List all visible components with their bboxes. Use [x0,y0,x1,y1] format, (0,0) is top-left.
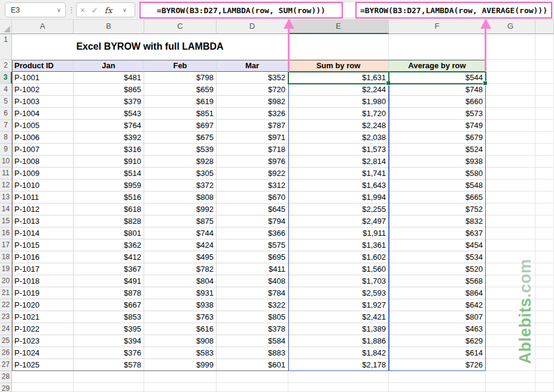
cell-C15[interactable]: $875 [144,215,217,227]
cell-D9[interactable]: $718 [217,144,288,156]
cell-F14[interactable]: $752 [389,203,486,215]
cell-H16[interactable] [535,227,554,239]
cancel-icon[interactable]: × [80,5,85,15]
cell-A13[interactable]: P-1011 [12,192,74,203]
header-jan[interactable]: Jan [74,60,144,72]
cell-B17[interactable]: $362 [74,239,144,251]
cell-F28[interactable] [389,371,486,383]
cell-D29[interactable] [217,383,288,392]
cell-G15[interactable] [486,215,535,227]
col-header-partial[interactable] [535,20,554,34]
cell-E17[interactable]: $1,361 [288,239,389,251]
cell-G3[interactable] [486,72,535,84]
cell-B26[interactable]: $376 [74,347,144,359]
cell-C8[interactable]: $675 [144,132,217,144]
cell-F7[interactable]: $749 [389,120,486,132]
cell-H28[interactable] [535,371,554,383]
cell-D24[interactable]: $378 [217,323,288,335]
cell-C20[interactable]: $804 [144,275,217,287]
cell-A12[interactable]: P-1010 [12,180,74,192]
cell-F9[interactable]: $524 [389,144,486,156]
cell-H27[interactable] [535,359,554,371]
select-all-corner[interactable] [0,20,12,34]
cell-C9[interactable]: $539 [144,144,217,156]
cell-B13[interactable]: $516 [74,192,144,203]
cell-H20[interactable] [535,275,554,287]
row-header-8[interactable]: 8 [0,132,12,144]
cell-G17[interactable] [486,239,535,251]
cell-D20[interactable]: $408 [217,275,288,287]
col-header-B[interactable]: B [74,20,144,34]
cell-C6[interactable]: $851 [144,108,217,120]
cell-D7[interactable]: $787 [217,120,288,132]
cell-H7[interactable] [535,120,554,132]
cell-F1[interactable] [389,34,486,60]
col-header-E[interactable]: E [288,20,389,34]
row-header-1[interactable]: 1 [0,34,12,60]
cell-G14[interactable] [486,203,535,215]
cell-H19[interactable] [535,263,554,275]
cell-B4[interactable]: $865 [74,84,144,96]
cell-F3[interactable]: $544 [389,72,486,84]
cell-A3[interactable]: P-1001 [12,72,74,84]
cell-F25[interactable]: $629 [389,335,486,347]
row-header-25[interactable]: 25 [0,335,12,347]
cell-A11[interactable]: P-1009 [12,168,74,180]
cell-B3[interactable]: $481 [74,72,144,84]
cell-A8[interactable]: P-1006 [12,132,74,144]
cell-A17[interactable]: P-1015 [12,239,74,251]
cell-B22[interactable]: $667 [74,299,144,311]
cell-B20[interactable]: $491 [74,275,144,287]
row-header-10[interactable]: 10 [0,156,12,168]
row-header-7[interactable]: 7 [0,120,12,132]
cell-C11[interactable]: $305 [144,168,217,180]
cell-B10[interactable]: $910 [74,156,144,168]
header-feb[interactable]: Feb [144,60,217,72]
cell-A9[interactable]: P-1007 [12,144,74,156]
cell-C17[interactable]: $424 [144,239,217,251]
cell-H5[interactable] [535,96,554,108]
cell-E28[interactable] [288,371,389,383]
cell-B11[interactable]: $514 [74,168,144,180]
cell-C29[interactable] [144,383,217,392]
cell-B16[interactable]: $801 [74,227,144,239]
header-sum-by-row[interactable]: Sum by row [288,60,389,72]
row-header-2[interactable]: 2 [0,60,12,72]
cell-F20[interactable]: $568 [389,275,486,287]
cell-H14[interactable] [535,203,554,215]
cell-F4[interactable]: $748 [389,84,486,96]
cell-D4[interactable]: $720 [217,84,288,96]
cell-F19[interactable]: $520 [389,263,486,275]
cell-A15[interactable]: P-1013 [12,215,74,227]
cell-D5[interactable]: $982 [217,96,288,108]
cell-C19[interactable]: $782 [144,263,217,275]
cell-E22[interactable]: $1,927 [288,299,389,311]
cell-H10[interactable] [535,156,554,168]
cell-H13[interactable] [535,192,554,203]
cell-C3[interactable]: $798 [144,72,217,84]
cell-G6[interactable] [486,108,535,120]
cell-F8[interactable]: $679 [389,132,486,144]
row-header-15[interactable]: 15 [0,215,12,227]
cell-H26[interactable] [535,347,554,359]
insert-function-icon[interactable]: fx [105,5,112,15]
cell-H9[interactable] [535,144,554,156]
cell-E26[interactable]: $1,842 [288,347,389,359]
chevron-down-icon[interactable]: ∨ [118,7,131,13]
row-header-12[interactable]: 12 [0,180,12,192]
cell-D27[interactable]: $601 [217,359,288,371]
cell-H12[interactable] [535,180,554,192]
cell-G4[interactable] [486,84,535,96]
cell-B6[interactable]: $543 [74,108,144,120]
cell-E24[interactable]: $1,389 [288,323,389,335]
cell-E8[interactable]: $2,038 [288,132,389,144]
row-header-18[interactable]: 18 [0,251,12,263]
cell-H29[interactable] [535,383,554,392]
cell-E18[interactable]: $1,602 [288,251,389,263]
col-header-F[interactable]: F [389,20,486,34]
cell-H2[interactable] [535,60,554,72]
cell-G10[interactable] [486,156,535,168]
cell-D12[interactable]: $312 [217,180,288,192]
row-header-29[interactable]: 29 [0,383,12,392]
cell-F22[interactable]: $642 [389,299,486,311]
